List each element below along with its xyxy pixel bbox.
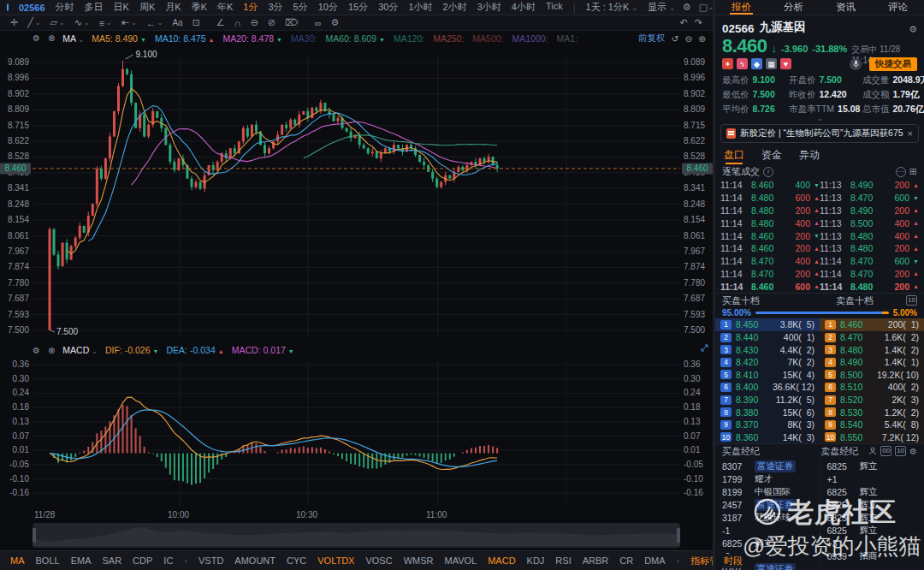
- orderbook-row[interactable]: 98.3708K( 3)98.5405.4K( 8): [715, 419, 924, 431]
- tab-period-4小时[interactable]: 4小时: [512, 1, 536, 14]
- indicator-MACD[interactable]: MACD: [488, 555, 515, 566]
- subtab-盘口[interactable]: 盘口: [724, 145, 744, 164]
- tab-period-多日[interactable]: 多日: [85, 1, 104, 14]
- move-tool-icon[interactable]: ✛: [10, 17, 18, 28]
- stock-settings-gear-icon[interactable]: ⚙: [909, 24, 917, 35]
- display-dropdown[interactable]: 显示 ⌄: [648, 1, 675, 14]
- broker-row[interactable]: 6825辉立: [820, 460, 924, 472]
- indicator-CYC[interactable]: CYC: [287, 555, 306, 566]
- tool-settings-icon[interactable]: ⚙: [330, 17, 339, 28]
- zoom-in-icon[interactable]: ⊕: [698, 33, 706, 44]
- news-close-icon[interactable]: ×: [908, 128, 913, 139]
- macd-close-icon[interactable]: ⊗: [48, 346, 55, 355]
- indicator-CDP[interactable]: CDP: [133, 555, 152, 566]
- tab-period-Tick[interactable]: Tick: [546, 1, 563, 14]
- broker-row[interactable]: +1: [820, 472, 924, 485]
- more-options-icon[interactable]: ⋯: [896, 167, 906, 177]
- visibility-tool-icon[interactable]: ⊖: [251, 17, 258, 28]
- ma-legend-item[interactable]: MA500:: [472, 33, 503, 44]
- indicator-VSTD[interactable]: VSTD: [198, 555, 223, 566]
- tab-period-季K[interactable]: 季K: [192, 1, 207, 14]
- orderbook-row[interactable]: 18.4503.8K( 5)18.460200( 1): [715, 318, 924, 331]
- ma-legend-item[interactable]: MA1:: [557, 33, 578, 44]
- quick-trade-button[interactable]: 快捷交易: [869, 57, 917, 71]
- indicator-VOSC[interactable]: VOSC: [365, 555, 392, 566]
- indicator-overflow-chevron[interactable]: ›: [677, 555, 680, 566]
- broker-row[interactable]: 1799耀才: [715, 472, 820, 485]
- zoom-out-icon[interactable]: ⊖: [684, 33, 692, 44]
- fib-tool-icon[interactable]: ≡⌄: [99, 18, 112, 28]
- tab-period-2小时[interactable]: 2小时: [443, 1, 467, 14]
- broker-row[interactable]: -1: [715, 524, 820, 537]
- subtab-资金[interactable]: 资金: [761, 145, 782, 164]
- undo-icon[interactable]: ↶: [680, 17, 688, 28]
- trade-row[interactable]: 11:148.460200▲11:138.480200▲: [715, 242, 924, 255]
- magnet-tool-icon[interactable]: ∩: [234, 18, 241, 28]
- ma-legend-item[interactable]: MA120:: [394, 33, 424, 44]
- indicator-ARBR[interactable]: ARBR: [583, 555, 609, 566]
- broker-row[interactable]: 8307富途证券: [715, 460, 820, 472]
- orderbook-row[interactable]: 28.440400( 1)28.4701.6K( 2): [715, 331, 924, 344]
- broker-row[interactable]: 0939招商: [820, 549, 924, 562]
- trendline-tool-icon[interactable]: ╱⌄: [27, 17, 40, 28]
- orderbook-row[interactable]: 68.40036.6K( 12)68.510400( 2): [715, 381, 924, 394]
- news-banner[interactable]: 新股定价 | “生物制药公司”九源基因获675.83倍… ×: [720, 124, 919, 143]
- broker-row[interactable]: 6825辉立: [820, 524, 924, 537]
- redo-icon[interactable]: ↷: [695, 17, 702, 28]
- tab-quote-报价[interactable]: 报价: [715, 0, 767, 15]
- macd-chart[interactable]: 0.360.360.300.300.240.240.180.180.130.13…: [0, 358, 713, 509]
- ma-legend-item[interactable]: MA250:: [433, 33, 464, 44]
- ma-legend-item[interactable]: MA20:8.478▼: [222, 33, 282, 44]
- indicator-VOLTDX[interactable]: VOLTDX: [317, 555, 354, 566]
- indicator-KDJ[interactable]: KDJ: [527, 555, 545, 566]
- tab-period-5分[interactable]: 5分: [293, 1, 308, 14]
- tab-period-15分[interactable]: 15分: [348, 1, 368, 14]
- tab-period-30分[interactable]: 30分: [378, 1, 398, 14]
- broadcast-mic-icon[interactable]: [850, 58, 862, 70]
- broker-settings-icon[interactable]: ⚙: [909, 447, 917, 456]
- delete-tool-icon[interactable]: ⌦: [285, 17, 299, 28]
- orderbook-row[interactable]: 48.4207K( 2)48.4901.4K( 1): [715, 356, 924, 369]
- macd-indicator-name[interactable]: MACD ⌄: [62, 345, 98, 355]
- orderbook-row[interactable]: 78.39011.2K( 5)78.5202K( 3): [715, 394, 924, 407]
- broker-row[interactable]: 8199中银国际: [715, 485, 820, 498]
- broker-row[interactable]: 6825辉立: [715, 537, 820, 549]
- arrow-tool-icon[interactable]: ←⌄: [146, 18, 163, 28]
- candlestick-chart[interactable]: 9.0899.0898.9968.9968.9028.9028.8098.809…: [0, 45, 713, 342]
- indicator-BOLL[interactable]: BOLL: [36, 555, 60, 566]
- person-icon[interactable]: [868, 447, 877, 455]
- trade-row[interactable]: 11:148.460600▲11:148.480200▲: [715, 280, 924, 293]
- trade-row[interactable]: 11:148.480600▲11:138.470600▼: [715, 192, 924, 205]
- tab-period-年K[interactable]: 年K: [217, 1, 233, 14]
- subtab-异动[interactable]: 异动: [799, 145, 820, 164]
- reset-zoom-icon[interactable]: ↺: [672, 33, 679, 44]
- indicator-WMSR[interactable]: WMSR: [404, 555, 434, 566]
- tab-period-1小时[interactable]: 1小时: [408, 1, 432, 14]
- tab-period-周K[interactable]: 周K: [139, 1, 155, 14]
- orderbook-row[interactable]: 58.41015K( 4)58.50019.2K( 10): [715, 369, 924, 382]
- lock-tool-icon[interactable]: ⊘: [268, 17, 275, 28]
- indicator-AMOUNT[interactable]: AMOUNT: [234, 555, 275, 566]
- news-text[interactable]: 新股定价 | “生物制药公司”九源基因获675.83倍…: [740, 128, 903, 140]
- orderbook-row[interactable]: 38.4304.4K( 2)38.4801.4K( 2): [715, 343, 924, 356]
- ma-legend-item[interactable]: MA30:: [291, 33, 317, 44]
- trade-row[interactable]: 11:148.480200▲11:138.490200▲: [715, 205, 924, 217]
- measure-tool-icon[interactable]: ⇤⌄: [121, 17, 137, 28]
- link-tool-icon[interactable]: ∞: [315, 18, 322, 28]
- wave-tool-icon[interactable]: ∿⌄: [74, 17, 90, 28]
- tab-period-分时[interactable]: 分时: [56, 1, 74, 14]
- orderbook-row[interactable]: 108.36014K( 3)108.5507.2K( 12): [715, 431, 924, 444]
- tab-quote-分析[interactable]: 分析: [767, 0, 820, 15]
- indicator-overflow-chevron[interactable]: ›: [184, 555, 187, 566]
- tab-compound-kline[interactable]: 1天 : 1分K ⌄: [586, 1, 638, 14]
- depth-levels-icon[interactable]: 10: [906, 295, 917, 306]
- session-tab[interactable]: 时段: [720, 554, 746, 568]
- trade-row[interactable]: 11:148.480400▲11:138.500400▲: [715, 217, 924, 229]
- tab-period-3小时[interactable]: 3小时: [477, 1, 501, 14]
- grid-view-icon[interactable]: ⊞: [909, 166, 917, 177]
- ma-legend-item[interactable]: MA60:8.609▼: [325, 33, 385, 44]
- macd-settings-icon[interactable]: ⚙: [33, 346, 40, 355]
- broker-row[interactable]: 6825辉立: [820, 485, 924, 498]
- text-tool-icon[interactable]: Aa: [172, 18, 182, 27]
- indicator-close-icon[interactable]: ⊗: [48, 33, 55, 43]
